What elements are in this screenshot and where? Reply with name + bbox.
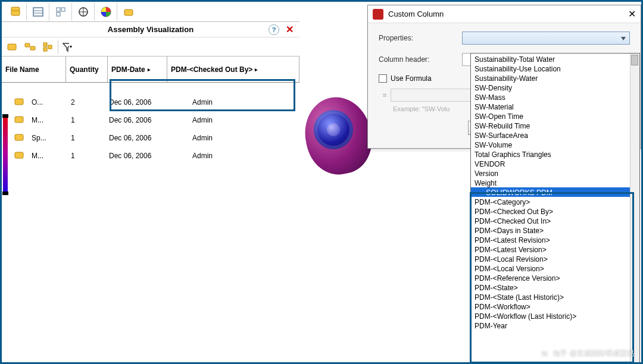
dropdown-separator-pdm: ---- SOLIDWORKS PDM ---- [471,187,639,197]
table-row[interactable]: M...1Dec 06, 2006Admin [2,147,299,165]
dropdown-item[interactable]: Version [471,168,639,178]
dialog-title: Custom Column [388,10,628,18]
tab-assembly-visualization[interactable] [117,3,140,21]
part-icon [14,150,27,161]
dropdown-item[interactable]: Sustainability-Use Location [471,64,639,73]
svg-rect-6 [61,8,65,11]
cell-checked-out-by: Admin [180,152,299,160]
dropdown-item[interactable]: PDM-<State (Last Historic)> [471,292,639,302]
table-row[interactable]: Sp...1Dec 06, 2006Admin [2,129,299,147]
close-icon[interactable]: ✕ [286,24,294,35]
flat-view-button[interactable] [22,39,39,55]
help-icon[interactable]: ? [269,24,279,35]
filter-button[interactable]: ▾ [58,40,72,54]
app-icon [373,9,383,20]
cell-filename: O... [32,98,66,106]
dropdown-item[interactable]: PDM-<Category> [471,197,639,206]
table-row[interactable]: M...1Dec 06, 2006Admin [2,111,299,129]
properties-label: Properties: [379,34,462,42]
nested-view-button[interactable] [4,39,21,55]
svg-rect-16 [43,43,47,46]
dropdown-item[interactable]: Sustainability-Total Water [471,54,639,64]
svg-rect-17 [43,48,47,51]
use-formula-label: Use Formula [391,74,432,83]
panel-title: Assembly Visualization [108,25,193,34]
tab-dimxpert[interactable] [72,3,95,21]
dialog-titlebar[interactable]: Custom Column ✕ [368,5,641,23]
dropdown-item[interactable]: PDM-<Local Revision> [471,254,639,263]
cell-date: Dec 06, 2006 [109,116,180,124]
viz-toolbar: ▾ [2,37,299,57]
cell-checked-out-by: Admin [180,98,299,106]
tab-configuration-manager[interactable] [49,3,72,21]
svg-rect-7 [57,12,60,16]
col-file-name[interactable]: File Name [2,57,66,82]
tab-feature-tree[interactable] [4,3,27,21]
svg-rect-5 [57,8,60,11]
part-icon [14,133,27,143]
cell-quantity: 1 [66,134,109,142]
svg-rect-1 [11,7,20,11]
properties-combobox[interactable] [462,32,630,45]
dropdown-item[interactable]: SW-Rebuild Time [471,121,639,130]
equals-sign: = [379,91,391,99]
dropdown-item[interactable]: VENDOR [471,159,639,168]
dropdown-item[interactable]: PDM-<Workflow (Last Historic)> [471,311,639,321]
col-quantity[interactable]: Quantity [66,57,108,82]
scrollbar-up-icon[interactable] [631,55,638,65]
dropdown-item[interactable]: PDM-<Latest Revision> [471,235,639,244]
cell-filename: M... [32,152,66,160]
dropdown-item[interactable]: SW-Material [471,102,639,111]
dropdown-item[interactable]: PDM-<Latest Version> [471,244,639,254]
cell-filename: Sp... [32,134,66,142]
speaker-dust-cap [327,123,340,136]
color-gradient-bar[interactable] [3,116,8,193]
dropdown-item[interactable]: PDM-<Checked Out By> [471,206,639,216]
cell-checked-out-by: Admin [180,134,299,142]
svg-rect-22 [15,152,23,158]
tab-strip [2,2,299,22]
svg-rect-15 [30,46,35,50]
dropdown-item[interactable]: Weight [471,178,639,187]
watermark: 知 知乎 @实威国际研威贸易 [539,348,634,359]
cell-checked-out-by: Admin [180,116,299,124]
dropdown-item[interactable]: SW-Volume [471,140,639,149]
dropdown-item[interactable]: SW-Open Time [471,111,639,121]
grouped-view-button[interactable] [40,39,57,55]
tab-display-manager[interactable] [95,3,117,21]
zhihu-icon: 知 [539,348,550,359]
tab-property-manager[interactable] [27,3,49,21]
svg-rect-20 [15,117,23,123]
assembly-tree: O...2Dec 06, 2006AdminM...1Dec 06, 2006A… [2,83,299,165]
dropdown-item[interactable]: SW-SurfaceArea [471,130,639,140]
cell-date: Dec 06, 2006 [109,134,180,142]
dropdown-item[interactable]: PDM-<Checked Out In> [471,216,639,225]
dropdown-item[interactable]: PDM-Year [471,321,639,330]
cell-quantity: 1 [66,152,109,160]
dropdown-item[interactable]: PDM-<Days in State> [471,225,639,235]
dropdown-item[interactable]: SW-Density [471,83,639,92]
gradient-handle-top[interactable] [2,114,8,118]
cell-date: Dec 06, 2006 [109,152,180,160]
table-header: File Name Quantity PDM-Date▸ PDM-<Checke… [2,57,299,83]
sort-arrow-icon: ▸ [255,67,258,73]
dropdown-item[interactable]: PDM-<Workflow> [471,302,639,311]
col-pdm-date[interactable]: PDM-Date▸ [108,57,167,82]
dropdown-item[interactable]: Sustainability-Water [471,73,639,83]
svg-rect-21 [15,134,23,140]
gradient-handle-bottom[interactable] [2,192,8,195]
panel-title-row: Assembly Visualization ? ✕ [2,22,299,37]
table-row[interactable]: O...2Dec 06, 2006Admin [2,93,299,111]
part-icon [14,115,27,125]
dropdown-item[interactable]: PDM-<Reference Version> [471,273,639,283]
use-formula-checkbox[interactable] [379,74,387,83]
cell-quantity: 1 [66,116,109,124]
dropdown-item[interactable]: PDM-<State> [471,283,639,292]
dropdown-item[interactable]: SW-Mass [471,92,639,102]
dialog-close-button[interactable]: ✕ [628,8,636,20]
properties-dropdown-list[interactable]: Sustainability-Total WaterSustainability… [470,53,640,363]
dropdown-scrollbar[interactable] [630,54,639,363]
dropdown-item[interactable]: Total Graphics Triangles [471,149,639,159]
col-pdm-checked-out-by[interactable]: PDM-<Checked Out By>▸ [167,57,299,82]
dropdown-item[interactable]: PDM-<Local Version> [471,263,639,273]
